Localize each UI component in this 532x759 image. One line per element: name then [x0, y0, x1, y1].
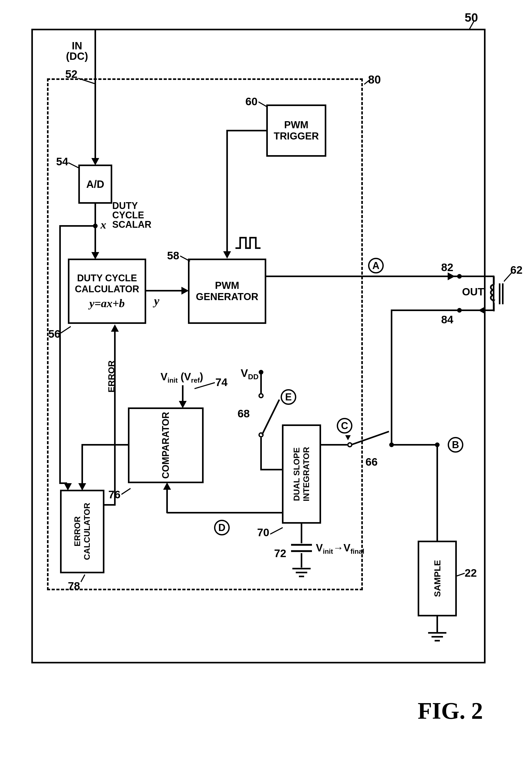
ref-74: 74 [215, 376, 228, 389]
node-out-84 [457, 308, 462, 313]
leader-70 [270, 526, 285, 537]
block-duty-cycle-calculator: DUTY CYCLE CALCULATOR y=ax+b [68, 259, 146, 324]
wire-err-dcc-h [104, 504, 115, 506]
wire-84-rail [392, 309, 486, 311]
arrow-comp-err [78, 483, 86, 491]
arrow-x-err [64, 483, 72, 491]
label-x: x [100, 218, 106, 231]
wire-comp-err-v [81, 444, 83, 485]
label-vdd: VDD [241, 367, 258, 381]
ref-66: 66 [365, 456, 378, 468]
label-duty-cycle-scalar: DUTY CYCLE SCALAR [112, 201, 151, 229]
arrow-into-dcc [91, 252, 99, 260]
svg-line-10 [262, 400, 279, 435]
wire-trig-v [226, 130, 228, 253]
wire-68-to-integ-v [260, 437, 262, 470]
wire-ad-x [95, 204, 96, 253]
wire-x-err-h [60, 225, 95, 227]
diagram-canvas: IN(DC) 52 A/D 54 x DUTY CYCLE SCALAR DUT… [0, 0, 532, 759]
ref-72: 72 [274, 547, 286, 560]
arrow-d-to-comp [163, 482, 171, 490]
block-dual-slope-integrator: DUAL SLOPEINTEGRATOR [282, 424, 321, 524]
block-pwm-generator: PWM GENERATOR [188, 259, 266, 324]
leader-74 [195, 381, 217, 390]
leader-80 [364, 78, 372, 86]
arrow-err-dcc [111, 324, 119, 332]
svg-line-1 [68, 163, 79, 168]
svg-line-24 [504, 272, 512, 282]
svg-line-0 [78, 78, 95, 84]
wire-y [146, 290, 183, 292]
arrow-trig [223, 251, 231, 259]
ground-sample-icon [427, 631, 448, 645]
node-b [435, 442, 439, 447]
leader-62 [504, 272, 514, 283]
block-comparator: COMPARATOR [128, 408, 204, 483]
svg-line-2 [61, 327, 71, 333]
switch-68-arm [261, 394, 285, 436]
wire-vdd [260, 372, 262, 393]
wire-x-err-v [59, 225, 61, 484]
wire-d-2 [166, 488, 168, 513]
node-label-e: E [281, 389, 296, 405]
leader-52 [78, 73, 96, 86]
svg-line-19 [81, 575, 85, 582]
block-sample: SAMPLE [418, 540, 457, 617]
leader-60 [258, 100, 270, 110]
leader-56 [61, 325, 73, 336]
pulse-waveform-icon [235, 235, 261, 251]
wire-68-to-integ-h [260, 469, 284, 470]
wire-sample-gnd [437, 617, 438, 632]
label-in: IN(DC) [65, 40, 89, 61]
figure-label: FIG. 2 [418, 698, 483, 724]
ref-52: 52 [65, 68, 78, 80]
ref-58: 58 [167, 250, 179, 262]
ref-68: 68 [238, 408, 250, 420]
svg-line-6 [457, 573, 465, 576]
svg-line-11 [270, 528, 283, 534]
label-vinit-vfinal: Vinit→Vfinal [316, 542, 364, 556]
leader-54 [68, 161, 81, 171]
leader-58 [180, 255, 192, 264]
svg-line-18 [195, 382, 215, 389]
node-label-c: C [337, 418, 352, 434]
arrow-y [181, 287, 189, 295]
block-pwm-trigger: PWM TRIGGER [266, 104, 326, 157]
wire-84-to-b [391, 444, 438, 446]
wire-comp-err-h [82, 444, 129, 446]
wire-in [95, 29, 96, 159]
leader-50 [469, 21, 478, 32]
arrow-into-ad [91, 158, 99, 165]
arrow-c-pointer [345, 435, 351, 440]
leader-78 [78, 574, 88, 583]
ref-56: 56 [48, 328, 60, 340]
node-out-82 [457, 274, 462, 279]
ground-cap-icon [291, 567, 312, 580]
block-error-calculator: ERRORCALCULATOR [60, 490, 104, 573]
capacitor-72-icon [290, 543, 313, 554]
ref-84: 84 [441, 313, 453, 326]
block-ad: A/D [78, 165, 112, 204]
svg-line-5 [352, 431, 389, 445]
label-error: ERROR [106, 360, 116, 393]
wire-cap-top [301, 524, 302, 543]
label-out: OUT [462, 286, 484, 298]
wire-66-in [321, 444, 347, 446]
node-label-b: B [448, 437, 463, 453]
wire-err-dcc-v [114, 331, 116, 506]
leader-22 [457, 568, 467, 579]
arrow-84 [478, 306, 485, 314]
switch-66-arm [350, 428, 394, 449]
ref-70: 70 [257, 526, 269, 539]
wire-d-1 [167, 512, 283, 513]
wire-cap-bot [301, 553, 302, 568]
wire-trig-h [227, 130, 268, 131]
svg-line-17 [121, 488, 131, 495]
arrow-vref [179, 401, 187, 408]
node-label-d: D [214, 520, 230, 536]
label-y: y [154, 294, 159, 308]
leader-76 [121, 487, 133, 496]
ref-60: 60 [246, 95, 258, 108]
svg-line-26 [364, 79, 371, 84]
wire-vref [182, 385, 183, 402]
